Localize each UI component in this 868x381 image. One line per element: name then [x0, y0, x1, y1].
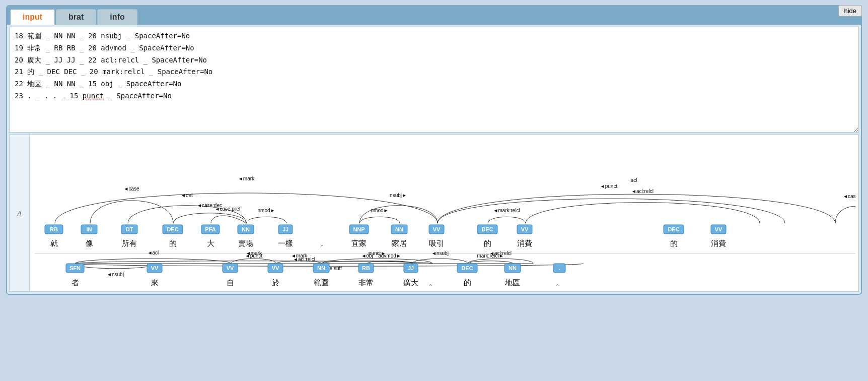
token-nnp: NNP [349, 225, 369, 234]
brat-canvas: ◄mark ◄case ◄det ◄case:dec ◄case:pref nm… [30, 135, 858, 291]
arc-label-mark-3: ◄mark [291, 253, 308, 259]
svg-text:VV: VV [151, 265, 159, 271]
svg-text:IN: IN [87, 226, 92, 232]
word-punct-final: 。 [556, 278, 563, 286]
arc-punct-1 [438, 199, 785, 223]
token-vv-r2-1: VV [147, 264, 162, 273]
arc-label-mark-r2: ◄mark [246, 250, 262, 256]
tab-brat[interactable]: brat [56, 9, 96, 25]
input-line-22: 22 地區 _ NN NN _ 15 obj _ SpaceAfter=No [15, 78, 853, 90]
word-sfn: 者 [71, 278, 79, 286]
svg-text:NNP: NNP [353, 226, 365, 232]
svg-text:VV: VV [272, 265, 279, 271]
arc-case [90, 201, 173, 223]
token-vv-r2-3: VV [268, 264, 283, 273]
word-vv-r2-1: 來 [151, 278, 159, 286]
svg-text:NN: NN [317, 265, 325, 271]
word-vv-1: 吸引 [429, 239, 444, 247]
tab-input[interactable]: input [10, 9, 55, 25]
token-vv-3: VV [711, 225, 726, 234]
word-in: 像 [86, 239, 93, 247]
brat-sidebar: A [10, 135, 30, 291]
arc-label-acl-relcl-1: ◄acl:relcl [631, 188, 654, 194]
word-vv-r2-2: 自 [227, 278, 234, 286]
arc-nmod-1 [246, 217, 286, 223]
word-vv-2: 消費 [517, 239, 532, 247]
svg-text:DT: DT [126, 226, 133, 232]
word-nn-r2-2: 地區 [504, 278, 520, 286]
arc-label-nsubj-2: ◄nsubj [107, 272, 124, 277]
arc-case-pref [211, 216, 246, 223]
word-nn-2: 家居 [392, 239, 407, 247]
arc-label-nmod-2: nmod► [371, 208, 389, 213]
arc-label-punct-1: ◄punct [600, 183, 618, 189]
word-rb-r2: 非常 [358, 278, 374, 286]
svg-text:RB: RB [50, 226, 58, 232]
input-line-20: 20 廣大 _ JJ JJ _ 22 acl:relcl _ SpaceAfte… [15, 54, 853, 67]
svg-text:DEC: DEC [481, 226, 493, 232]
hide-button[interactable]: hide [838, 5, 862, 17]
word-pfa: 大 [207, 239, 214, 247]
arc-acl-relcl-1 [526, 203, 760, 223]
token-dec-r2: DEC [457, 264, 477, 273]
svg-text:NN: NN [395, 226, 403, 232]
word-nn-r2-1: 範圍 [314, 278, 329, 286]
token-vv-2: VV [517, 225, 532, 234]
svg-text:.: . [558, 265, 560, 271]
word-punct-r2: 。 [429, 278, 437, 286]
token-jj-1: JJ [278, 225, 293, 234]
token-in: IN [81, 225, 97, 234]
token-dec-1: DEC [163, 225, 183, 234]
svg-text:DEC: DEC [461, 265, 473, 271]
arc-label-acl-1: acl [631, 177, 637, 183]
svg-text:VV: VV [227, 265, 234, 271]
arc-label-advmod: advmod► [378, 253, 401, 259]
arc-label-nsubj-3: ◄nsubj [431, 250, 449, 256]
tab-info[interactable]: info [97, 9, 137, 25]
arc-nsubj-3 [412, 259, 468, 264]
main-panel: input brat info 18 範圍 _ NN NN _ 20 nsubj… [6, 5, 862, 295]
arc-case-dec [173, 213, 246, 223]
svg-text:VV: VV [521, 226, 529, 232]
word-dec-2: 的 [484, 239, 491, 247]
arc-label-det: ◄det [181, 193, 193, 198]
token-vv-r2-2: VV [223, 264, 238, 273]
arc-label-mark-relcl-2: mark:relcl► [477, 253, 503, 259]
svg-text:VV: VV [715, 226, 722, 232]
token-nn-r2-1: NN [313, 264, 329, 273]
brat-svg: ◄mark ◄case ◄det ◄case:dec ◄case:pref nm… [30, 140, 855, 286]
token-dec-3: DEC [664, 225, 684, 234]
token-nn-r2-2: NN [504, 264, 521, 273]
word-rb: 就 [50, 239, 58, 247]
word-punct-1: ， [318, 239, 326, 247]
svg-text:SFN: SFN [69, 265, 81, 271]
tab-bar: input brat info [7, 6, 861, 25]
arc-label-obj: ◄obj [361, 253, 373, 259]
input-line-23: 23 . _ . . _ 15 punct _ SpaceAfter=No [15, 90, 853, 102]
arc-label-nmod-1: nmod► [258, 208, 275, 213]
arc-label-mark-relcl-1: ◄mark:relcl [493, 208, 520, 213]
word-vv-r2-3: 於 [272, 278, 279, 286]
svg-text:RB: RB [362, 265, 370, 271]
word-jj-1: 一樣 [278, 239, 293, 247]
input-text-area[interactable]: 18 範圍 _ NN NN _ 20 nsubj _ SpaceAfter=No… [9, 27, 859, 133]
svg-text:DEC: DEC [668, 226, 679, 232]
token-punct-final: . [553, 264, 565, 273]
arc-nmod-2 [359, 217, 400, 223]
arc-label-case-suff-1: ◄case:suff [843, 194, 855, 199]
svg-text:VV: VV [433, 226, 441, 232]
word-nn-1: 賣場 [238, 239, 253, 247]
word-dec-r2: 的 [464, 278, 471, 286]
input-line-18: 18 範圍 _ NN NN _ 20 nsubj _ SpaceAfter=No [15, 30, 853, 42]
token-dt: DT [121, 225, 137, 234]
arc-case-suff-1 [835, 206, 855, 223]
word-vv-3: 消費 [711, 239, 726, 247]
token-rb-r2: RB [358, 264, 374, 273]
word-dec-1: 的 [169, 239, 177, 247]
arc-mark-relcl-2 [468, 261, 513, 264]
word-dt: 所有 [122, 239, 137, 247]
token-rb: RB [45, 225, 63, 234]
svg-text:NN: NN [242, 226, 250, 232]
svg-text:NN: NN [509, 265, 517, 271]
brat-area: A ◄mark ◄case ◄det [9, 135, 859, 292]
